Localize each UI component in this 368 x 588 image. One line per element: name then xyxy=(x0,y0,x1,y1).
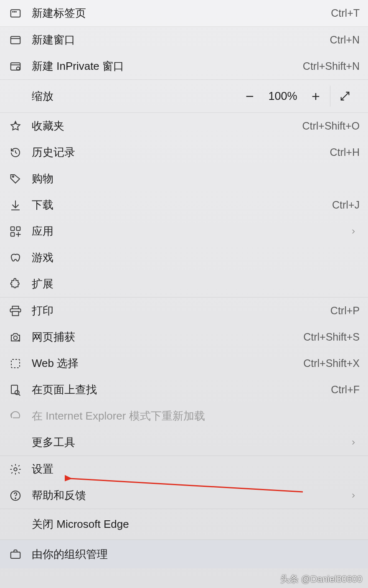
menu-label: 帮助和反馈 xyxy=(32,488,347,503)
svg-point-10 xyxy=(13,176,14,177)
menu-label: 历史记录 xyxy=(32,145,330,160)
svg-point-2 xyxy=(14,11,15,12)
menu-shortcut: Ctrl+Shift+O xyxy=(302,120,360,132)
menu-item-find[interactable]: 在页面上查找 Ctrl+F xyxy=(0,377,368,403)
download-icon xyxy=(9,199,32,211)
svg-rect-13 xyxy=(11,227,15,230)
svg-line-24 xyxy=(19,394,20,396)
menu-label: 打印 xyxy=(32,303,330,318)
zoom-in-button[interactable]: + xyxy=(302,80,330,112)
chevron-right-icon xyxy=(347,228,360,235)
star-icon xyxy=(9,120,32,132)
menu-item-history[interactable]: 历史记录 Ctrl+H xyxy=(0,139,368,165)
find-icon xyxy=(9,384,32,396)
menu-item-new-tab[interactable]: 新建标签页 Ctrl+T xyxy=(0,0,368,26)
menu-item-print[interactable]: 打印 Ctrl+P xyxy=(0,298,368,324)
inprivate-icon xyxy=(9,60,32,73)
ie-icon xyxy=(9,410,32,423)
menu-item-new-window[interactable]: 新建窗口 Ctrl+N xyxy=(0,27,368,53)
menu-item-downloads[interactable]: 下载 Ctrl+J xyxy=(0,192,368,218)
menu-shortcut: Ctrl+Shift+N xyxy=(303,60,360,72)
svg-point-20 xyxy=(14,336,18,339)
svg-rect-15 xyxy=(11,232,15,236)
help-icon xyxy=(9,489,32,502)
chevron-right-icon xyxy=(347,492,360,499)
svg-point-1 xyxy=(13,11,13,12)
menu-shortcut: Ctrl+Shift+X xyxy=(303,357,360,369)
svg-rect-0 xyxy=(11,10,20,17)
gear-icon xyxy=(9,463,32,476)
menu-item-inprivate[interactable]: 新建 InPrivate 窗口 Ctrl+Shift+N xyxy=(0,53,368,79)
menu-item-managed-by-org[interactable]: 由你的组织管理 xyxy=(0,540,368,568)
menu-shortcut: Ctrl+N xyxy=(330,34,360,46)
menu-shortcut: Ctrl+H xyxy=(330,146,360,158)
menu-item-zoom: 缩放 − 100% + xyxy=(0,80,368,112)
menu-label: 设置 xyxy=(32,462,360,476)
menu-label: 收藏夹 xyxy=(32,119,302,133)
extensions-icon xyxy=(9,278,32,290)
zoom-value: 100% xyxy=(264,90,302,103)
svg-rect-22 xyxy=(11,385,18,393)
svg-rect-14 xyxy=(17,227,20,230)
menu-item-help[interactable]: 帮助和反馈 xyxy=(0,482,368,509)
svg-rect-28 xyxy=(11,552,20,558)
svg-rect-6 xyxy=(11,63,20,70)
menu-label: 缩放 xyxy=(32,89,236,104)
menu-item-extensions[interactable]: 扩展 xyxy=(0,271,368,297)
menu-label: 更多工具 xyxy=(32,435,347,450)
svg-point-27 xyxy=(15,498,16,499)
menu-item-favorites[interactable]: 收藏夹 Ctrl+Shift+O xyxy=(0,113,368,139)
menu-item-games[interactable]: 游戏 xyxy=(0,244,368,271)
menu-label: 由你的组织管理 xyxy=(32,547,360,562)
menu-shortcut: Ctrl+Shift+S xyxy=(303,331,360,343)
menu-item-close-edge[interactable]: 关闭 Microsoft Edge xyxy=(0,509,368,540)
menu-item-ie-mode: 在 Internet Explorer 模式下重新加载 xyxy=(0,403,368,429)
new-tab-icon xyxy=(9,7,32,20)
zoom-controls: − 100% + xyxy=(236,80,360,112)
menu-label: Web 选择 xyxy=(32,356,303,371)
menu-label: 在 Internet Explorer 模式下重新加载 xyxy=(32,409,360,423)
svg-point-25 xyxy=(14,468,17,471)
window-icon xyxy=(9,34,32,46)
tag-icon xyxy=(9,173,32,185)
fullscreen-button[interactable] xyxy=(330,80,360,112)
menu-label: 网页捕获 xyxy=(32,330,303,344)
print-icon xyxy=(9,305,32,317)
web-select-icon xyxy=(9,357,32,370)
svg-point-3 xyxy=(16,11,17,12)
edge-main-menu: 新建标签页 Ctrl+T 新建窗口 Ctrl+N 新建 InPrivate 窗口… xyxy=(0,0,368,568)
menu-label: 扩展 xyxy=(32,277,360,291)
games-icon xyxy=(9,252,32,264)
menu-shortcut: Ctrl+F xyxy=(331,384,360,396)
menu-label: 关闭 Microsoft Edge xyxy=(32,517,360,532)
menu-label: 购物 xyxy=(32,171,360,186)
menu-item-web-capture[interactable]: 网页捕获 Ctrl+Shift+S xyxy=(0,324,368,350)
menu-shortcut: Ctrl+T xyxy=(331,7,360,19)
menu-shortcut: Ctrl+P xyxy=(330,305,360,317)
apps-icon xyxy=(9,225,32,238)
menu-label: 新建标签页 xyxy=(32,6,331,20)
svg-rect-21 xyxy=(11,359,20,368)
menu-label: 新建窗口 xyxy=(32,33,330,47)
menu-label: 新建 InPrivate 窗口 xyxy=(32,59,303,74)
menu-item-settings[interactable]: 设置 xyxy=(0,456,368,482)
menu-item-more-tools[interactable]: 更多工具 xyxy=(0,429,368,456)
menu-item-apps[interactable]: 应用 xyxy=(0,218,368,244)
menu-label: 应用 xyxy=(32,224,347,239)
briefcase-icon xyxy=(9,548,32,560)
menu-label: 游戏 xyxy=(32,250,360,265)
menu-item-shopping[interactable]: 购物 xyxy=(0,165,368,192)
svg-rect-19 xyxy=(13,311,19,316)
chevron-right-icon xyxy=(347,439,360,446)
menu-item-web-select[interactable]: Web 选择 Ctrl+Shift+X xyxy=(0,350,368,377)
watermark-text: 头条 @Daniel30600 xyxy=(280,573,362,585)
svg-rect-4 xyxy=(11,36,20,44)
camera-icon xyxy=(9,331,32,344)
menu-label: 下载 xyxy=(32,198,332,212)
zoom-out-button[interactable]: − xyxy=(236,80,264,112)
menu-shortcut: Ctrl+J xyxy=(332,199,360,211)
menu-label: 在页面上查找 xyxy=(32,382,331,397)
history-icon xyxy=(9,146,32,159)
